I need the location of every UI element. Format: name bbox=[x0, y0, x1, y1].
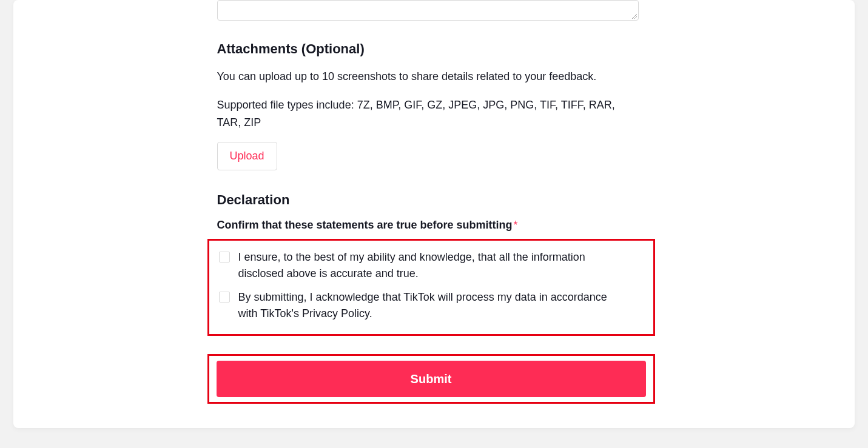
confirm-statements-text: Confirm that these statements are true b… bbox=[217, 219, 513, 231]
attachments-helper-2: Supported file types include: 7Z, BMP, G… bbox=[217, 96, 642, 132]
declaration-heading: Declaration bbox=[217, 192, 642, 208]
accuracy-checkbox-label: I ensure, to the best of my ability and … bbox=[238, 249, 627, 282]
checkbox-row-1: I ensure, to the best of my ability and … bbox=[209, 246, 647, 286]
submit-highlight-box: Submit bbox=[207, 354, 655, 404]
attachments-helper-1: You can upload up to 10 screenshots to s… bbox=[217, 68, 642, 85]
confirm-statements-label: Confirm that these statements are true b… bbox=[217, 219, 642, 232]
declaration-highlight-box: I ensure, to the best of my ability and … bbox=[207, 239, 655, 336]
privacy-checkbox-label: By submitting, I acknowledge that TikTok… bbox=[238, 289, 627, 322]
privacy-checkbox[interactable] bbox=[219, 292, 230, 303]
checkbox-row-2: By submitting, I acknowledge that TikTok… bbox=[209, 286, 647, 326]
accuracy-checkbox[interactable] bbox=[219, 252, 230, 262]
required-indicator: * bbox=[514, 219, 518, 231]
form-card: Attachments (Optional) You can upload up… bbox=[13, 0, 855, 428]
submit-button[interactable]: Submit bbox=[217, 361, 646, 397]
attachments-heading: Attachments (Optional) bbox=[217, 41, 642, 57]
feedback-textarea[interactable] bbox=[217, 0, 639, 21]
form-content: Attachments (Optional) You can upload up… bbox=[217, 0, 642, 404]
upload-button[interactable]: Upload bbox=[217, 142, 277, 170]
